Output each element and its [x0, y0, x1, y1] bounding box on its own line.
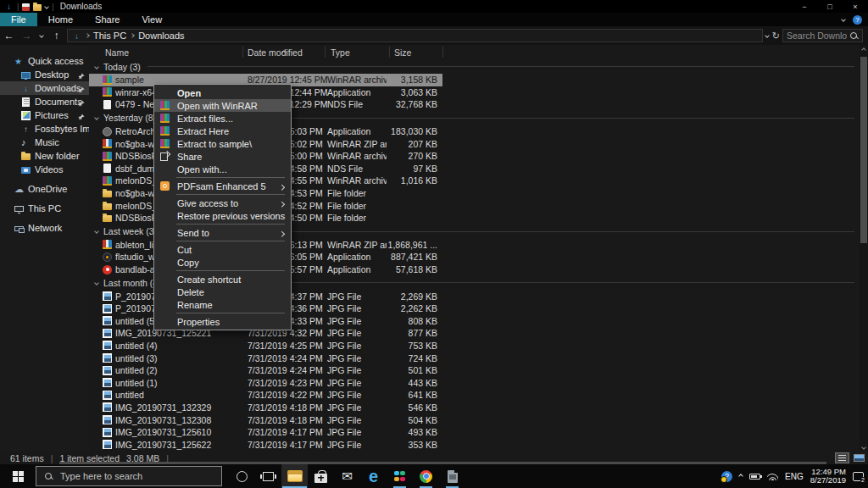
- column-separator[interactable]: [389, 47, 390, 58]
- back-button[interactable]: ←: [0, 30, 18, 42]
- sidebar-item-onedrive[interactable]: OneDrive: [0, 182, 89, 196]
- file-row[interactable]: untitled (2)7/31/2019 4:24 PMJPG File501…: [89, 364, 860, 377]
- close-button[interactable]: ×: [843, 0, 868, 13]
- file-row[interactable]: untitled (3)7/31/2019 4:24 PMJPG File724…: [89, 352, 860, 364]
- file-row[interactable]: IMG_20190731_1323087/31/2019 4:18 PMJPG …: [89, 413, 860, 426]
- action-center-icon[interactable]: 2: [853, 472, 864, 481]
- file-name: IMG_20190731_132329: [115, 402, 244, 414]
- search-input[interactable]: Search Downloads: [782, 29, 863, 42]
- sidebar-item-desktop[interactable]: Desktop: [0, 68, 89, 81]
- file-row[interactable]: IMG_20190731_1256227/31/2019 4:17 PMJPG …: [89, 438, 860, 451]
- sidebar-item-fossbytes-images[interactable]: Fossbytes Images: [0, 122, 89, 136]
- column-header-date[interactable]: Date modified: [248, 45, 303, 59]
- language-indicator[interactable]: ENG: [785, 472, 804, 481]
- menu-item-share[interactable]: Share: [154, 150, 291, 163]
- task-view-button[interactable]: [255, 464, 281, 488]
- recent-locations-icon[interactable]: [36, 34, 47, 37]
- tab-view[interactable]: View: [131, 13, 173, 26]
- address-dropdown-icon[interactable]: [765, 33, 770, 38]
- maximize-button[interactable]: □: [817, 0, 843, 13]
- forward-button[interactable]: →: [18, 30, 36, 42]
- sidebar-item-downloads[interactable]: Downloads: [0, 81, 89, 95]
- new-folder-icon[interactable]: [33, 4, 42, 11]
- menu-item-cut[interactable]: Cut: [154, 243, 291, 256]
- file-size: 353 KB: [383, 438, 437, 451]
- minimize-button[interactable]: −: [792, 0, 817, 13]
- breadcrumb-this-pc[interactable]: This PC: [93, 30, 126, 41]
- taskbar-search-input[interactable]: Type here to search: [36, 466, 222, 486]
- file-row[interactable]: untitled (4)7/31/2019 4:25 PMJPG File753…: [89, 340, 860, 352]
- chevron-down-icon[interactable]: [45, 4, 50, 9]
- menu-item-rename[interactable]: Rename: [154, 298, 291, 311]
- breadcrumb-downloads[interactable]: Downloads: [138, 30, 184, 41]
- sidebar-item-this-pc[interactable]: This PC: [0, 202, 89, 215]
- scrollbar-thumb[interactable]: [860, 57, 867, 243]
- properties-icon[interactable]: [22, 3, 30, 11]
- taskbar-app-slack[interactable]: [387, 464, 413, 488]
- ribbon-tabs: FileHomeShareView ?: [0, 13, 868, 26]
- sidebar-item-documents[interactable]: Documents: [0, 95, 89, 108]
- column-separator[interactable]: [325, 47, 326, 58]
- menu-item-create-shortcut[interactable]: Create shortcut: [154, 273, 291, 286]
- tab-file[interactable]: File: [0, 13, 37, 26]
- cortana-icon: [236, 471, 248, 482]
- file-type: WinRAR ZIP archive: [327, 239, 387, 252]
- menu-item-copy[interactable]: Copy: [154, 256, 291, 269]
- sidebar-item-new-folder[interactable]: New folder: [0, 149, 89, 163]
- sidebar-item-music[interactable]: Music: [0, 136, 89, 149]
- menu-item-open[interactable]: Open: [154, 86, 291, 99]
- taskbar-app-store[interactable]: [308, 464, 334, 488]
- address-bar[interactable]: This PC Downloads: [67, 29, 763, 42]
- scroll-down-icon[interactable]: [860, 442, 868, 452]
- refresh-icon[interactable]: ↻: [772, 30, 780, 42]
- menu-item-properties[interactable]: Properties: [154, 315, 291, 328]
- column-separator[interactable]: [442, 47, 443, 58]
- start-button[interactable]: [0, 464, 36, 488]
- taskbar-app-cartridge[interactable]: [439, 464, 465, 488]
- network-signal-icon[interactable]: [767, 472, 778, 480]
- taskbar-app-chrome[interactable]: [413, 464, 439, 488]
- vertical-scrollbar[interactable]: [860, 45, 868, 452]
- menu-item-restore-previous-versions[interactable]: Restore previous versions: [154, 209, 291, 222]
- menu-item-give-access-to[interactable]: Give access to: [154, 197, 291, 209]
- column-separator[interactable]: [242, 47, 243, 58]
- file-row[interactable]: untitled7/31/2019 4:22 PMJPG File641 KB: [89, 389, 860, 402]
- menu-item-extract-files[interactable]: Extract files...: [154, 112, 291, 125]
- sidebar-item-label: Network: [28, 223, 62, 233]
- file-row[interactable]: untitled (1)7/31/2019 4:23 PMJPG File443…: [89, 376, 860, 389]
- menu-item-pdfsam-enhanced-5[interactable]: PDFsam Enhanced 5: [154, 180, 291, 192]
- taskbar-app-edge[interactable]: [360, 464, 387, 488]
- menu-item-extract-to-sample[interactable]: Extract to sample\: [154, 137, 291, 150]
- clock[interactable]: 12:49 PM 8/27/2019: [810, 468, 846, 485]
- group-header-today-3[interactable]: Today (3): [89, 59, 860, 74]
- help-icon[interactable]: ?: [853, 15, 862, 25]
- thumbnails-view-button[interactable]: [852, 452, 866, 463]
- ribbon-collapse-icon[interactable]: [841, 17, 846, 22]
- cortana-button[interactable]: [229, 464, 255, 488]
- menu-item-open-with-winrar[interactable]: Open with WinRAR: [154, 99, 291, 112]
- column-header-size[interactable]: Size: [394, 45, 411, 59]
- details-view-button[interactable]: [835, 452, 849, 463]
- taskbar-app-mail[interactable]: [334, 464, 360, 488]
- tray-overflow-icon[interactable]: [739, 474, 743, 478]
- sidebar-item-network[interactable]: Network: [0, 221, 89, 235]
- tab-home[interactable]: Home: [37, 13, 84, 26]
- sidebar-item-quick-access[interactable]: Quick access: [0, 54, 89, 68]
- battery-icon[interactable]: [749, 474, 760, 480]
- menu-item-send-to[interactable]: Send to: [154, 226, 291, 239]
- column-header-type[interactable]: Type: [331, 45, 350, 59]
- menu-item-open-with[interactable]: Open with...: [154, 163, 291, 175]
- menu-item-delete[interactable]: Delete: [154, 286, 291, 298]
- sidebar-item-videos[interactable]: Videos: [0, 163, 89, 176]
- details-view-icon: [838, 455, 846, 461]
- taskbar-app-explorer[interactable]: [281, 464, 308, 488]
- column-header-name[interactable]: Name: [105, 45, 129, 59]
- menu-item-extract-here[interactable]: Extract Here: [154, 125, 291, 137]
- scroll-up-icon[interactable]: [860, 45, 868, 54]
- file-row[interactable]: IMG_20190731_1256107/31/2019 4:17 PMJPG …: [89, 426, 860, 439]
- tab-share[interactable]: Share: [84, 13, 131, 26]
- up-button[interactable]: ↑: [47, 30, 65, 42]
- file-row[interactable]: IMG_20190731_1323297/31/2019 4:18 PMJPG …: [89, 402, 860, 414]
- help-tray-icon[interactable]: [721, 471, 732, 482]
- sidebar-item-pictures[interactable]: Pictures: [0, 108, 89, 122]
